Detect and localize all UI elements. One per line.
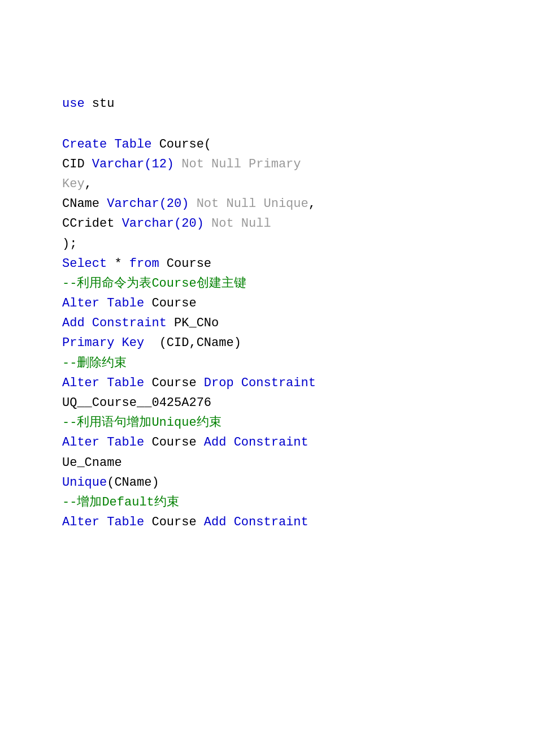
code-segment: Table [114, 137, 151, 152]
code-line [62, 124, 500, 135]
code-segment: use [62, 97, 85, 111]
code-segment: (CName) [107, 476, 159, 490]
code-segment: (CID,CName) [144, 336, 241, 350]
code-segment [99, 515, 107, 529]
code-line: Ue_Cname [62, 453, 500, 473]
code-line: Alter Table Course Add Constraint [62, 433, 500, 452]
code-line: ); [62, 234, 500, 254]
code-segment [99, 435, 107, 450]
code-segment: Varchar(20) [122, 217, 204, 231]
code-segment: Varchar(20) [107, 197, 189, 211]
code-line: UQ__Course__0425A276 [62, 393, 500, 413]
code-editor-page: use stu Create Table Course(CID Varchar(… [0, 0, 534, 756]
code-segment: * [107, 257, 129, 271]
code-segment: Create [62, 137, 107, 152]
code-segment: CID [62, 157, 92, 171]
code-line: Unique(CName) [62, 473, 500, 493]
code-segment: Primary Key [62, 336, 144, 350]
code-line: Create Table Course( [62, 135, 500, 154]
code-content: use stu Create Table Course(CID Varchar(… [62, 34, 500, 532]
code-segment: Add Constraint [204, 515, 309, 529]
code-segment [99, 296, 107, 310]
code-segment: CName [62, 197, 107, 211]
code-segment: , [309, 197, 316, 211]
code-segment: from [129, 257, 159, 271]
code-line [62, 74, 500, 84]
code-segment: Table [107, 515, 144, 529]
code-segment: Ue_Cname [62, 456, 122, 470]
code-segment: ); [62, 237, 77, 251]
code-segment: , [85, 177, 92, 191]
code-line: Primary Key (CID,CName) [62, 333, 500, 353]
code-segment: Course( [151, 137, 211, 152]
code-segment: Varchar(12) [92, 157, 174, 171]
code-line: Alter Table Course Drop Constraint [62, 373, 500, 393]
code-segment: --利用语句增加Unique约束 [62, 416, 222, 430]
code-line: Alter Table Course Add Constraint [62, 512, 500, 532]
code-segment: Table [107, 435, 144, 450]
code-line: CCridet Varchar(20) Not Null [62, 214, 500, 234]
code-line: Alter Table Course [62, 293, 500, 313]
code-line: --利用命令为表Course创建主键 [62, 274, 500, 293]
code-segment: Alter [62, 435, 99, 450]
code-segment: Not Null [211, 217, 271, 231]
code-segment: CCridet [62, 217, 122, 231]
code-line [62, 84, 500, 94]
code-line: Add Constraint PK_CNo [62, 313, 500, 333]
code-segment: UQ__Course__0425A276 [62, 396, 211, 410]
code-segment: Course [144, 296, 196, 310]
code-segment: --利用命令为表Course创建主键 [62, 277, 246, 291]
code-segment: Alter [62, 296, 99, 310]
code-segment: Table [107, 296, 144, 310]
code-segment: Not Null Unique [197, 197, 309, 211]
code-line: --删除约束 [62, 353, 500, 373]
code-segment [204, 217, 211, 231]
code-segment: --增加Default约束 [62, 495, 179, 509]
code-segment [174, 157, 181, 171]
code-segment: Drop Constraint [204, 376, 316, 390]
code-segment: --删除约束 [62, 356, 127, 370]
code-line [62, 114, 500, 124]
code-segment: Course [144, 376, 204, 390]
code-segment: Add Constraint [62, 316, 167, 330]
code-segment [99, 376, 107, 390]
code-segment: Key [62, 177, 85, 191]
code-line: CID Varchar(12) Not Null Primary [62, 154, 500, 174]
code-segment: Course [159, 257, 211, 271]
code-line: use stu [62, 94, 500, 114]
code-line: Select * from Course [62, 254, 500, 274]
code-segment: stu [85, 97, 115, 111]
code-line: --增加Default约束 [62, 493, 500, 512]
code-line: Key, [62, 174, 500, 194]
code-segment: Alter [62, 515, 99, 529]
code-segment: Course [144, 515, 204, 529]
code-segment: Unique [62, 476, 107, 490]
code-segment [107, 137, 114, 152]
code-line: CName Varchar(20) Not Null Unique, [62, 194, 500, 214]
code-segment: Add Constraint [204, 435, 309, 450]
code-segment: Table [107, 376, 144, 390]
code-segment [189, 197, 196, 211]
code-segment: Not Null Primary [181, 157, 301, 171]
code-segment: Alter [62, 376, 99, 390]
code-segment: Course [144, 435, 204, 450]
code-line: --利用语句增加Unique约束 [62, 413, 500, 433]
code-segment: Select [62, 257, 107, 271]
code-segment: PK_CNo [167, 316, 219, 330]
